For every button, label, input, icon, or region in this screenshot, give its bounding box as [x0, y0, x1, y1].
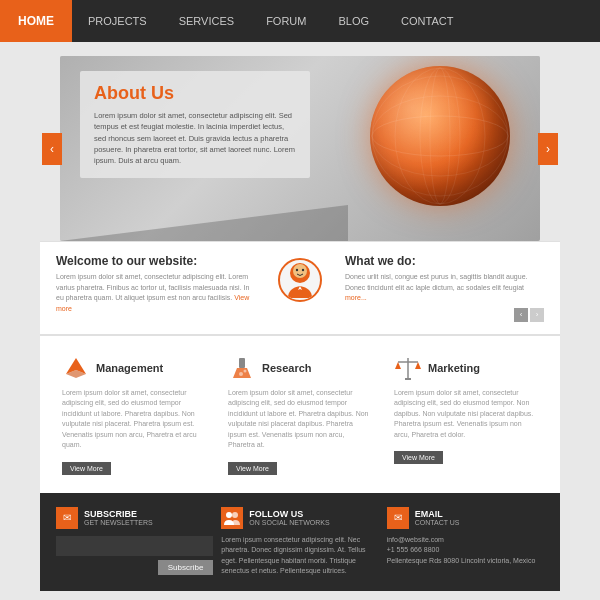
service-management-title: Management — [96, 362, 163, 374]
hero-body: Lorem ipsum dolor sit amet, consectetur … — [94, 110, 296, 166]
plane-icon — [62, 354, 90, 382]
welcome-left: Welcome to our website: Lorem ipsum dolo… — [56, 254, 255, 322]
nav-projects[interactable]: PROJECTS — [72, 0, 163, 42]
footer-follow-header: FOLLOW US ON SOCIAL NETWORKS — [221, 507, 378, 529]
service-marketing-header: Marketing — [394, 354, 538, 382]
svg-point-4 — [395, 68, 485, 204]
footer-address: Pellentesque Rds 8080 Lincolnt victoria,… — [387, 556, 544, 567]
flask-icon — [228, 354, 256, 382]
service-research: Research Lorem ipsum dolor sit amet, con… — [222, 348, 378, 481]
subscribe-button[interactable]: Subscribe — [158, 560, 214, 575]
svg-point-5 — [430, 68, 450, 204]
what-we-do-body: Donec urlit nisl, congue est purus in, s… — [345, 272, 544, 304]
view-more-link[interactable]: View more — [56, 294, 249, 312]
subscribe-icon: ✉ — [56, 507, 78, 529]
footer-subscribe: ✉ SUBSCRIBE GET NEWSLETTERS Subscribe — [56, 507, 213, 577]
avatar — [278, 258, 322, 302]
svg-point-18 — [226, 512, 232, 518]
service-management-btn[interactable]: View More — [62, 462, 111, 475]
footer-subscribe-title: SUBSCRIBE — [84, 509, 153, 519]
slider-prev-button[interactable]: ‹ — [42, 133, 62, 165]
service-research-header: Research — [228, 354, 372, 382]
email-icon: ✉ — [387, 507, 409, 529]
hero-text-box: About Us Lorem ipsum dolor sit amet, con… — [80, 71, 310, 178]
globe-graphic — [370, 66, 510, 206]
footer-phone: +1 555 666 8800 — [387, 545, 544, 556]
svg-rect-17 — [405, 378, 411, 380]
slider-next-button[interactable]: › — [538, 133, 558, 165]
service-marketing-body: Lorem ipsum dolor sit amet, consectetur … — [394, 388, 538, 441]
svg-point-19 — [232, 512, 238, 518]
service-management-header: Management — [62, 354, 206, 382]
welcome-avatar-area — [265, 254, 335, 322]
service-research-body: Lorem ipsum dolor sit amet, consectetur … — [228, 388, 372, 451]
footer-subscribe-subtitle: GET NEWSLETTERS — [84, 519, 153, 526]
footer-follow: FOLLOW US ON SOCIAL NETWORKS Lorem ipsum… — [221, 507, 378, 577]
service-research-title: Research — [262, 362, 312, 374]
service-marketing-title: Marketing — [428, 362, 480, 374]
svg-point-0 — [372, 116, 508, 156]
what-we-do-title: What we do: — [345, 254, 544, 268]
footer-follow-subtitle: ON SOCIAL NETWORKS — [249, 519, 329, 526]
footer-email: ✉ EMAIL CONTACT US info@website.com +1 5… — [387, 507, 544, 577]
what-we-do: What we do: Donec urlit nisl, congue est… — [345, 254, 544, 322]
service-research-btn[interactable]: View More — [228, 462, 277, 475]
nav-blog[interactable]: BLOG — [322, 0, 385, 42]
footer-email-body: info@website.com +1 555 666 8800 Pellent… — [387, 535, 544, 567]
footer-email-title: EMAIL — [415, 509, 460, 519]
svg-point-8 — [296, 269, 298, 271]
mini-slider-arrows: ‹ › — [345, 308, 544, 322]
footer-subscribe-labels: SUBSCRIBE GET NEWSLETTERS — [84, 509, 153, 526]
welcome-body: Lorem ipsum dolor sit amet, consectetur … — [56, 272, 255, 314]
svg-point-14 — [244, 369, 247, 372]
follow-icon — [221, 507, 243, 529]
svg-point-9 — [302, 269, 304, 271]
mini-next-arrow[interactable]: › — [530, 308, 544, 322]
svg-point-3 — [420, 68, 460, 204]
subscribe-input[interactable] — [56, 536, 213, 556]
nav-contact[interactable]: CONTACT — [385, 0, 469, 42]
scale-icon — [394, 354, 422, 382]
footer-email-subtitle: CONTACT US — [415, 519, 460, 526]
service-management: Management Lorem ipsum dolor sit amet, c… — [56, 348, 212, 481]
footer-follow-body: Lorem ipsum consectetur adipiscing elit.… — [221, 535, 378, 577]
svg-point-2 — [372, 76, 508, 196]
footer-subscribe-header: ✉ SUBSCRIBE GET NEWSLETTERS — [56, 507, 213, 529]
welcome-title: Welcome to our website: — [56, 254, 255, 268]
hero-slider-outer: ‹ › About Us — [60, 56, 540, 241]
footer-follow-labels: FOLLOW US ON SOCIAL NETWORKS — [249, 509, 329, 526]
footer-email-header: ✉ EMAIL CONTACT US — [387, 507, 544, 529]
nav-forum[interactable]: FORUM — [250, 0, 322, 42]
hero-title: About Us — [94, 83, 296, 104]
mini-prev-arrow[interactable]: ‹ — [514, 308, 528, 322]
welcome-section: Welcome to our website: Lorem ipsum dolo… — [40, 241, 560, 334]
nav-home[interactable]: HOME — [0, 0, 72, 42]
footer-email-address: info@website.com — [387, 535, 544, 546]
footer-follow-title: FOLLOW US — [249, 509, 329, 519]
navigation: HOME PROJECTS SERVICES FORUM BLOG CONTAC… — [0, 0, 600, 42]
service-marketing: Marketing Lorem ipsum dolor sit amet, co… — [388, 348, 544, 481]
services-section: Management Lorem ipsum dolor sit amet, c… — [40, 334, 560, 493]
more-link[interactable]: more... — [345, 294, 367, 301]
svg-point-1 — [372, 96, 508, 176]
service-marketing-btn[interactable]: View More — [394, 451, 443, 464]
footer-email-labels: EMAIL CONTACT US — [415, 509, 460, 526]
footer: ✉ SUBSCRIBE GET NEWSLETTERS Subscribe — [40, 493, 560, 591]
nav-services[interactable]: SERVICES — [163, 0, 250, 42]
svg-point-13 — [239, 372, 243, 376]
hero-banner: About Us Lorem ipsum dolor sit amet, con… — [60, 56, 540, 241]
service-management-body: Lorem ipsum dolor sit amet, consectetur … — [62, 388, 206, 451]
svg-rect-12 — [239, 358, 245, 368]
